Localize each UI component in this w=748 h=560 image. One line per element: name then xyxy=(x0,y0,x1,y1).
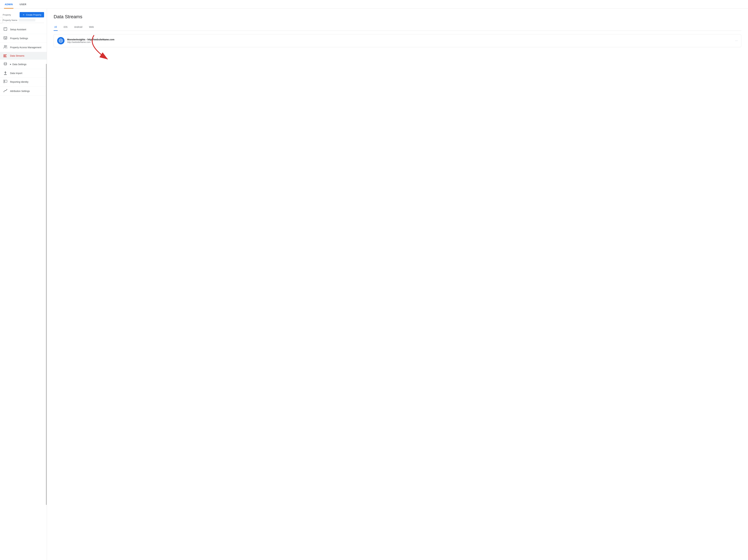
expand-arrow-icon: ▶ xyxy=(10,63,11,65)
streams-icon xyxy=(3,55,7,57)
sidebar-item-label-reporting: Reporting Identity xyxy=(10,80,28,83)
svg-rect-3 xyxy=(4,80,4,80)
reporting-icon xyxy=(3,80,7,84)
sidebar-item-data-import[interactable]: Data Import xyxy=(0,69,47,77)
database-icon xyxy=(3,62,7,67)
svg-point-11 xyxy=(60,39,62,43)
sidebar-item-attribution[interactable]: Attribution Settings xyxy=(0,87,47,96)
property-row: Property ＋ Create Property xyxy=(3,12,44,18)
sidebar-item-streams[interactable]: Data Streams xyxy=(0,52,47,59)
svg-rect-5 xyxy=(4,82,4,83)
tab-web[interactable]: Web xyxy=(88,24,94,31)
page-wrapper: ADMIN USER ← Property ＋ Create Property … xyxy=(0,0,748,560)
sidebar-item-label-settings: Property Settings xyxy=(10,37,28,40)
stream-info: MonsterInsights - http://websiteName.com… xyxy=(67,38,732,43)
create-property-button[interactable]: ＋ Create Property xyxy=(20,12,44,18)
sidebar-item-access[interactable]: Property Access Management xyxy=(0,43,47,52)
property-name-label: Property Name xyxy=(3,19,17,21)
property-label: Property xyxy=(3,14,11,16)
content-area: Data Streams All iOS Android Web xyxy=(47,9,748,560)
attribution-icon xyxy=(3,89,7,93)
tab-android[interactable]: Android xyxy=(74,24,83,31)
tab-user[interactable]: USER xyxy=(19,1,27,8)
data-settings-row: ▶ Data Settings xyxy=(10,63,26,66)
people-icon xyxy=(3,45,7,50)
sidebar-item-setup[interactable]: Setup Assistant xyxy=(0,25,47,34)
svg-point-2 xyxy=(4,63,7,64)
svg-point-1 xyxy=(6,46,7,47)
create-property-label: Create Property xyxy=(26,14,41,16)
stream-id xyxy=(735,40,738,41)
plus-icon: ＋ xyxy=(22,14,25,16)
back-button[interactable]: ← xyxy=(0,17,3,23)
layout-icon xyxy=(3,36,7,40)
stream-card: MonsterInsights - http://websiteName.com… xyxy=(54,34,741,47)
sidebar-item-settings[interactable]: Property Settings xyxy=(0,34,47,43)
svg-point-0 xyxy=(4,45,5,47)
sidebar: ← Property ＋ Create Property Property Na… xyxy=(0,9,47,560)
svg-point-8 xyxy=(5,90,6,91)
sidebar-item-label-setup: Setup Assistant xyxy=(10,28,26,31)
content-tabs: All iOS Android Web xyxy=(54,23,741,31)
stream-name: MonsterInsights - http://websiteName.com xyxy=(67,38,732,41)
property-name-value xyxy=(19,19,36,21)
tab-ios[interactable]: iOS xyxy=(63,24,68,31)
checkbox-icon xyxy=(3,27,7,31)
sidebar-item-label-streams: Data Streams xyxy=(10,54,24,57)
tab-admin[interactable]: ADMIN xyxy=(4,1,14,8)
stream-icon xyxy=(57,37,65,44)
top-nav: ADMIN USER xyxy=(0,0,748,9)
svg-point-9 xyxy=(6,89,7,90)
svg-rect-6 xyxy=(5,80,7,82)
sidebar-item-label-access: Property Access Management xyxy=(10,46,41,49)
main-layout: ← Property ＋ Create Property Property Na… xyxy=(0,9,748,560)
sidebar-item-reporting[interactable]: Reporting Identity xyxy=(0,77,47,87)
property-name-row: Property Name xyxy=(3,19,44,23)
sidebar-item-label-data-import: Data Import xyxy=(10,72,22,75)
svg-point-7 xyxy=(3,92,4,92)
sidebar-item-label-data-settings: Data Settings xyxy=(13,63,26,66)
stream-row[interactable]: MonsterInsights - http://websiteName.com… xyxy=(54,34,741,47)
svg-point-10 xyxy=(59,39,63,43)
upload-icon xyxy=(3,71,7,75)
sidebar-header: Property ＋ Create Property Property Name xyxy=(0,9,47,25)
sidebar-item-label-attribution: Attribution Settings xyxy=(10,90,30,93)
stream-url: http://websiteName.com xyxy=(67,41,732,43)
scrollbar[interactable] xyxy=(46,64,47,505)
sidebar-item-data-settings[interactable]: ▶ Data Settings xyxy=(0,59,47,69)
svg-rect-4 xyxy=(4,81,4,82)
tab-all[interactable]: All xyxy=(54,24,57,31)
page-title: Data Streams xyxy=(54,14,741,19)
